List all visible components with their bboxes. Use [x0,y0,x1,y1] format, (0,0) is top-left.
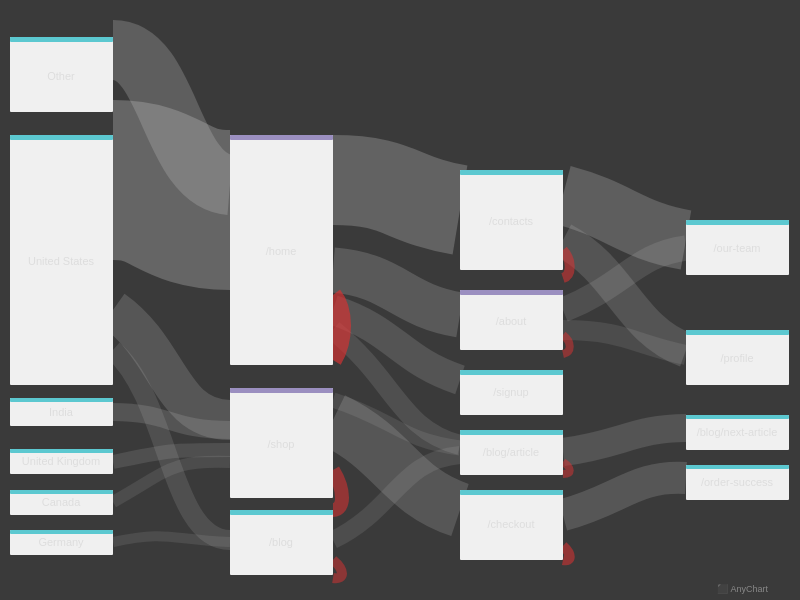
blognext-label: /blog/next-article [697,426,778,438]
signup-label: /signup [493,386,528,398]
ourteam-label: /our-team [713,242,760,254]
svg-rect-36 [686,465,789,469]
svg-rect-14 [230,135,333,140]
svg-rect-18 [230,510,333,515]
svg-rect-26 [460,430,563,435]
svg-rect-32 [686,330,789,335]
about-label: /about [496,315,527,327]
blogarticle-label: /blog/article [483,446,539,458]
india-label: India [49,406,74,418]
svg-rect-20 [460,170,563,175]
home-label: /home [266,245,297,257]
other-label: Other [47,70,75,82]
svg-rect-30 [686,220,789,225]
svg-rect-16 [230,388,333,393]
svg-rect-28 [460,490,563,495]
us-label: United States [28,255,95,267]
svg-rect-8 [10,449,113,453]
chart-container: Website Users Flow [0,0,800,600]
shop-label: /shop [268,438,295,450]
svg-rect-2 [10,37,113,42]
germany-label: Germany [38,536,84,548]
svg-rect-12 [10,530,113,534]
canada-label: Canada [42,496,81,508]
svg-rect-24 [460,370,563,375]
svg-rect-22 [460,290,563,295]
blog-label: /blog [269,536,293,548]
svg-text:⬛ AnyChart: ⬛ AnyChart [717,583,768,595]
svg-rect-6 [10,398,113,402]
sankey-diagram: Other United States India United Kingdom… [0,0,800,600]
ordersuccess-label: /order-success [701,476,774,488]
profile-label: /profile [720,352,753,364]
uk-label: United Kingdom [22,455,100,467]
svg-rect-10 [10,490,113,494]
svg-rect-34 [686,415,789,419]
svg-rect-4 [10,135,113,140]
checkout-label: /checkout [487,518,534,530]
contacts-label: /contacts [489,215,534,227]
